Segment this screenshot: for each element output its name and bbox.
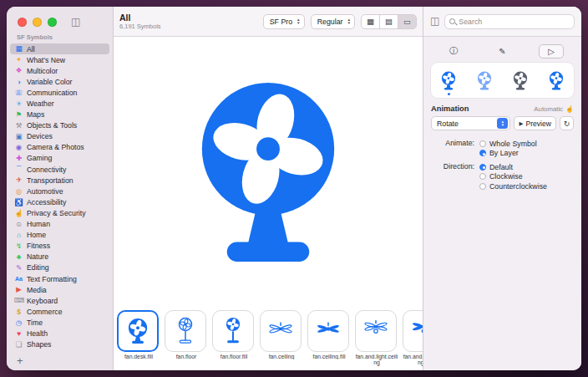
chevron-up-down-icon: ▲▼ xyxy=(297,18,301,25)
fan-and-light-ceiling-icon xyxy=(363,317,388,345)
tab-info[interactable]: ⓘ xyxy=(441,44,466,59)
sidebar-item-label: Shapes xyxy=(27,340,51,349)
chevron-up-down-icon: ▲▼ xyxy=(347,18,351,25)
font-family-select[interactable]: SF Pro ▲▼ xyxy=(263,14,305,29)
sidebar-item-commerce[interactable]: $Commerce xyxy=(10,306,109,317)
sidebar-item-label: Privacy & Security xyxy=(27,209,85,217)
radio-whole-symbol[interactable]: Whole Symbol xyxy=(479,139,574,149)
radio-by-layer[interactable]: By Layer xyxy=(479,149,574,159)
repeat-button[interactable]: ↻ xyxy=(560,116,574,130)
sidebar-item-label: Devices xyxy=(27,132,53,140)
fan-and-light-ceiling-fill-icon xyxy=(411,317,423,345)
sidebar-item-accessibility[interactable]: ♿Accessibility xyxy=(10,196,109,207)
sidebar-item-maps[interactable]: ⚑Maps xyxy=(10,110,109,120)
effect-select[interactable]: Rotate ▲▼ xyxy=(431,116,510,130)
radio-clockwise[interactable]: Clockwise xyxy=(479,172,574,182)
automatic-label[interactable]: Automatic ☝ xyxy=(534,105,574,113)
sidebar-item-text-formatting[interactable]: AaText Formatting xyxy=(10,273,109,284)
sidebar-item-keyboard[interactable]: ⌨Keyboard xyxy=(10,295,109,306)
thumbnail-fan-desk-fill[interactable]: fan.desk.fill xyxy=(117,310,160,366)
speech-bubble-icon: ☏ xyxy=(14,89,23,97)
sidebar-item-automotive[interactable]: ◎Automotive xyxy=(10,186,109,196)
sidebar-item-transportation[interactable]: ✈Transportation xyxy=(10,175,109,186)
zoom-button[interactable] xyxy=(48,18,57,27)
variant-palette[interactable] xyxy=(503,70,539,91)
radio-icon xyxy=(479,173,486,180)
thumbnail-fan-ceiling-fill[interactable]: fan.ceiling.fill xyxy=(307,310,351,366)
animation-options-form: Animate: Whole Symbol By Layer Direction… xyxy=(431,139,574,191)
tab-animation[interactable]: ▷ xyxy=(539,44,564,59)
repeat-icon: ↻ xyxy=(564,120,570,128)
sidebar-item-human[interactable]: ☺Human xyxy=(10,219,109,230)
search-input[interactable]: Search xyxy=(444,14,575,29)
gallery-view-button[interactable]: ▭ xyxy=(398,14,417,29)
variant-monochrome[interactable] xyxy=(431,70,467,91)
sidebar-category-list: ▦All ✦What's New ❖Multicolor ◑Variable C… xyxy=(7,43,113,370)
font-weight-select[interactable]: Regular ▲▼ xyxy=(311,14,355,29)
radio-selected-icon xyxy=(479,164,486,171)
sidebar-item-editing[interactable]: ✎Editing xyxy=(10,262,109,273)
pencil-icon: ✎ xyxy=(14,264,23,272)
sidebar-item-whats-new[interactable]: ✦What's New xyxy=(10,54,109,65)
sidebar-item-nature[interactable]: ♣Nature xyxy=(10,252,109,262)
sidebar-item-shapes[interactable]: ❏Shapes xyxy=(10,339,109,350)
grid-view-button[interactable]: ▦ xyxy=(361,14,380,29)
add-collection-button[interactable]: + xyxy=(12,353,28,369)
sidebar-item-privacy-security[interactable]: ☝Privacy & Security xyxy=(10,207,109,218)
sidebar-item-multicolor[interactable]: ❖Multicolor xyxy=(10,65,109,76)
sidebar-item-communication[interactable]: ☏Communication xyxy=(10,87,109,98)
sidebar-item-variable-color[interactable]: ◑Variable Color xyxy=(10,76,109,87)
sidebar-item-fitness[interactable]: ↯Fitness xyxy=(10,241,109,252)
inspector-body: ⓘ ✎ ▷ Animation Automatic ☝ xyxy=(423,37,581,370)
search-placeholder: Search xyxy=(459,18,482,26)
leaf-icon: ♣ xyxy=(14,253,23,261)
thumbnail-fan-ceiling[interactable]: fan.ceiling xyxy=(260,310,303,366)
sidebar-item-devices[interactable]: ▣Devices xyxy=(10,131,109,142)
hand-tap-icon: ☝ xyxy=(565,105,574,113)
tab-rendering[interactable]: ✎ xyxy=(490,44,515,59)
inspector-toggle-icon[interactable]: ◫ xyxy=(430,17,439,26)
sf-symbols-window: ◫ SF Symbols ▦All ✦What's New ❖Multicolo… xyxy=(7,7,581,370)
sidebar-item-connectivity[interactable]: ⌒Connectivity xyxy=(10,164,109,175)
sidebar-item-home[interactable]: ⌂Home xyxy=(10,230,109,241)
sidebar-toggle-icon[interactable]: ◫ xyxy=(71,18,80,27)
sidebar-item-label: All xyxy=(27,45,35,53)
radio-default[interactable]: Default xyxy=(479,162,574,172)
thumbnail-fan-and-light-ceiling-fill[interactable]: fan.and.light.ceiling.fill xyxy=(403,310,423,366)
sidebar-item-weather[interactable]: ☀Weather xyxy=(10,98,109,109)
sidebar-item-gaming[interactable]: ✚Gaming xyxy=(10,153,109,164)
variant-multicolor[interactable] xyxy=(538,70,574,91)
variable-color-icon: ◑ xyxy=(14,79,23,86)
sidebar-item-all[interactable]: ▦All xyxy=(10,43,109,54)
variant-hierarchical[interactable] xyxy=(467,70,503,91)
sidebar-item-camera-photos[interactable]: ◉Camera & Photos xyxy=(10,142,109,153)
sidebar-item-time[interactable]: ◷Time xyxy=(10,317,109,328)
sidebar-item-media[interactable]: ▶Media xyxy=(10,284,109,295)
thumbnail-fan-floor-fill[interactable]: fan.floor.fill xyxy=(212,310,256,366)
accessibility-icon: ♿ xyxy=(14,199,23,206)
sidebar-item-label: Editing xyxy=(27,263,49,272)
grid-icon: ▦ xyxy=(14,45,23,53)
display-icon: ▣ xyxy=(14,133,23,140)
sidebar-item-objects-tools[interactable]: ⚒Objects & Tools xyxy=(10,120,109,131)
antenna-icon: ⌒ xyxy=(14,166,23,173)
list-view-button[interactable]: ▤ xyxy=(379,14,398,29)
thumbnail-fan-floor[interactable]: fan.floor xyxy=(165,310,208,366)
sidebar-item-label: Objects & Tools xyxy=(27,121,77,130)
sidebar-item-label: Multicolor xyxy=(27,67,58,75)
preview-button[interactable]: ▶ Preview xyxy=(514,116,556,130)
sidebar-item-label: Media xyxy=(27,286,47,294)
thumbnail-label: fan.desk.fill xyxy=(117,354,160,360)
search-icon xyxy=(449,18,455,24)
minimize-button[interactable] xyxy=(33,18,42,27)
shapes-icon: ❏ xyxy=(14,341,23,349)
sidebar: ◫ SF Symbols ▦All ✦What's New ❖Multicolo… xyxy=(7,7,114,370)
radio-counterclockwise[interactable]: Counterclockwise xyxy=(479,181,574,191)
thumbnail-fan-and-light-ceiling[interactable]: fan.and.light.ceiling xyxy=(355,310,398,366)
thumbnail-label: fan.ceiling xyxy=(260,354,303,360)
close-button[interactable] xyxy=(18,18,27,27)
fan-ceiling-icon xyxy=(268,317,293,345)
sidebar-item-health[interactable]: ♥Health xyxy=(10,328,109,339)
page-title: All xyxy=(119,13,161,23)
rendering-variants-box xyxy=(431,63,574,98)
